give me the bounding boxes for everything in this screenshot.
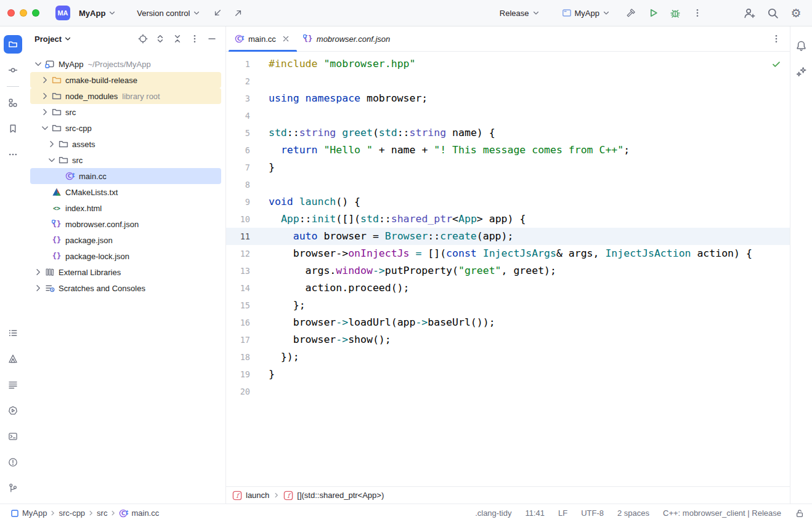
- bookmarks-toolwindow-button[interactable]: [4, 119, 22, 138]
- project-widget[interactable]: MyApp: [75, 6, 120, 20]
- git-toolwindow-button[interactable]: [4, 479, 22, 497]
- code-line[interactable]: auto browser = Browser::create(app);: [269, 228, 790, 245]
- line-number[interactable]: 4: [226, 107, 250, 124]
- code-line[interactable]: std::string greet(std::string name) {: [269, 124, 790, 142]
- tree-item-node-modules[interactable]: node_moduleslibrary root: [30, 88, 221, 104]
- more-vertical-button[interactable]: [187, 31, 202, 46]
- code-line[interactable]: browser->loadUrl(app->baseUrl());: [269, 314, 790, 331]
- line-number[interactable]: 14: [226, 279, 250, 297]
- zoom-window-button[interactable]: [32, 9, 39, 17]
- chevron-right-icon[interactable]: [33, 267, 44, 277]
- statusbar-widget-2-spaces[interactable]: 2 spaces: [617, 508, 649, 518]
- run-button[interactable]: [644, 4, 662, 22]
- code-line[interactable]: }: [269, 366, 790, 383]
- statusbar-crumb-src-cpp[interactable]: src-cpp: [59, 508, 85, 518]
- collapse-all-button[interactable]: [170, 31, 185, 46]
- statusbar-widget-c-mobrowser-client-release[interactable]: C++: mobrowser_client | Release: [663, 508, 781, 518]
- inspections-ok-icon[interactable]: [771, 59, 781, 69]
- code-line[interactable]: browser->onInjectJs = [](const InjectJsA…: [269, 245, 790, 262]
- build-messages-toolwindow-button[interactable]: [4, 375, 22, 394]
- tree-item-cmakelists-txt[interactable]: CMakeLists.txt: [30, 184, 221, 200]
- close-icon[interactable]: [281, 34, 291, 44]
- tree-item-src[interactable]: src: [30, 104, 221, 120]
- chevron-right-icon[interactable]: [39, 91, 51, 101]
- statusbar-widget--clang-tidy[interactable]: .clang-tidy: [475, 508, 511, 518]
- debug-button[interactable]: [667, 4, 684, 22]
- terminal-toolwindow-button[interactable]: [4, 427, 22, 446]
- chevron-down-icon[interactable]: [46, 155, 57, 165]
- code-line[interactable]: args.window->putProperty("greet", greet)…: [269, 262, 790, 279]
- line-number[interactable]: 2: [226, 73, 250, 90]
- padlock-open-icon[interactable]: [795, 508, 805, 518]
- code-line[interactable]: void launch() {: [269, 193, 790, 211]
- project-panel-title[interactable]: Project: [35, 34, 71, 44]
- minimize-window-button[interactable]: [20, 9, 27, 17]
- line-number[interactable]: 12: [226, 245, 250, 262]
- structure-toolwindow-button[interactable]: [4, 94, 22, 112]
- chevron-right-icon[interactable]: [39, 107, 51, 117]
- code-line[interactable]: action.proceed();: [269, 279, 790, 297]
- arrow-down-left-button[interactable]: [209, 4, 226, 22]
- tab-main-cc[interactable]: Cmain.cc: [229, 26, 297, 51]
- tree-item-index-html[interactable]: <>index.html: [30, 200, 221, 216]
- chevron-right-icon[interactable]: [46, 139, 57, 149]
- editor-gutter[interactable]: 1234567891011121314151617181920: [226, 55, 269, 400]
- tree-item-package-lock-json[interactable]: {}package-lock.json: [30, 248, 221, 264]
- hide-button[interactable]: [205, 31, 219, 46]
- line-number[interactable]: 16: [226, 314, 250, 331]
- statusbar-widget-lf[interactable]: LF: [558, 508, 567, 518]
- arrow-up-right-button[interactable]: [230, 4, 247, 22]
- chevron-right-icon[interactable]: [39, 75, 51, 85]
- todo-toolwindow-button[interactable]: [4, 324, 22, 342]
- statusbar-crumb-src[interactable]: src: [97, 508, 107, 518]
- tree-item-src[interactable]: src: [30, 152, 221, 168]
- notifications-button[interactable]: [792, 36, 811, 55]
- line-number[interactable]: 11: [226, 228, 250, 245]
- chevron-down-icon[interactable]: [39, 123, 51, 133]
- code-line[interactable]: App::init([](std::shared_ptr<App> app) {: [269, 211, 790, 228]
- line-number[interactable]: 1: [226, 55, 250, 73]
- code-line[interactable]: [269, 383, 790, 400]
- tree-item-mobrowser-conf-json[interactable]: {}mobrowser.conf.json: [30, 216, 221, 232]
- line-number[interactable]: 7: [226, 159, 250, 176]
- code-line[interactable]: };: [269, 297, 790, 314]
- code-line[interactable]: return "Hello " + name + "! This message…: [269, 142, 790, 159]
- locate-button[interactable]: [136, 31, 150, 46]
- run-toolwindow-toolwindow-button[interactable]: [4, 401, 22, 420]
- more-vertical-button[interactable]: [689, 4, 706, 22]
- commit-toolwindow-button[interactable]: [4, 61, 22, 79]
- breadcrumb-launch[interactable]: flaunch: [232, 491, 269, 500]
- code-line[interactable]: });: [269, 348, 790, 366]
- chevron-right-icon[interactable]: [33, 283, 44, 293]
- line-number[interactable]: 15: [226, 297, 250, 314]
- ai-assistant-button[interactable]: [792, 62, 811, 81]
- breadcrumb-lambda[interactable]: f[](std::shared_ptr<App>): [283, 491, 384, 500]
- line-number[interactable]: 18: [226, 348, 250, 366]
- line-number[interactable]: 9: [226, 193, 250, 211]
- code-line[interactable]: using namespace mobrowser;: [269, 90, 790, 107]
- line-number[interactable]: 10: [226, 211, 250, 228]
- line-number[interactable]: 17: [226, 331, 250, 348]
- statusbar-crumb-myapp[interactable]: MyApp: [10, 508, 47, 518]
- code-line[interactable]: [269, 176, 790, 193]
- tree-item-external-libraries[interactable]: External Libraries: [30, 264, 221, 280]
- settings-button[interactable]: ⚙: [787, 4, 805, 22]
- code-editor[interactable]: 1234567891011121314151617181920 #include…: [226, 52, 790, 486]
- code-line[interactable]: browser->show();: [269, 331, 790, 348]
- line-number[interactable]: 3: [226, 90, 250, 107]
- tab-list-button[interactable]: [768, 30, 785, 47]
- code-line[interactable]: }: [269, 159, 790, 176]
- tree-item-scratches-and-consoles[interactable]: Scratches and Consoles: [30, 280, 221, 296]
- tree-item-myapp[interactable]: MyApp~/Projects/MyApp: [30, 56, 221, 72]
- line-number[interactable]: 19: [226, 366, 250, 383]
- line-number[interactable]: 20: [226, 383, 250, 400]
- problems-toolwindow-button[interactable]: [4, 453, 22, 472]
- tree-item-assets[interactable]: assets: [30, 136, 221, 152]
- line-number[interactable]: 6: [226, 142, 250, 159]
- target-device-selector[interactable]: MyApp: [558, 6, 614, 20]
- statusbar-widget-utf-8[interactable]: UTF-8: [581, 508, 604, 518]
- expand-all-button[interactable]: [153, 31, 168, 46]
- run-configuration-selector[interactable]: Release: [496, 6, 543, 20]
- user-plus-button[interactable]: [741, 4, 758, 22]
- line-number[interactable]: 5: [226, 124, 250, 142]
